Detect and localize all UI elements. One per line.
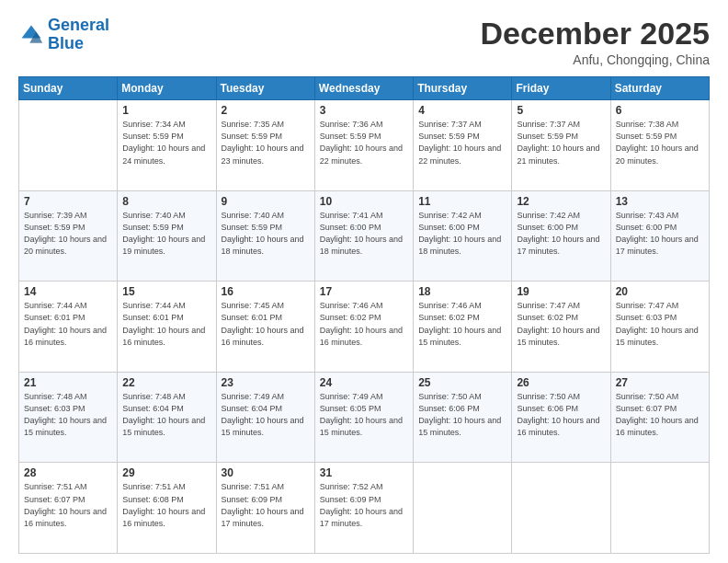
cell-info: Sunrise: 7:45 AM Sunset: 6:01 PM Dayligh… [222,300,310,348]
day-number: 5 [517,104,605,117]
page: General Blue December 2025 Anfu, Chongqi… [0,0,728,563]
day-number: 6 [616,104,704,117]
cell-w4-d6: 26Sunrise: 7:50 AM Sunset: 6:06 PM Dayli… [512,372,610,463]
cell-info: Sunrise: 7:36 AM Sunset: 5:59 PM Dayligh… [320,119,408,167]
day-number: 17 [320,285,408,298]
cell-w5-d7 [610,463,709,554]
cell-info: Sunrise: 7:47 AM Sunset: 6:02 PM Dayligh… [517,300,605,348]
cell-w3-d6: 19Sunrise: 7:47 AM Sunset: 6:02 PM Dayli… [512,282,610,373]
day-number: 23 [222,376,310,389]
day-number: 1 [122,104,210,117]
logo-text: General Blue [48,17,109,53]
calendar-table: Sunday Monday Tuesday Wednesday Thursday… [18,76,710,554]
col-saturday: Saturday [610,77,709,100]
cell-w5-d1: 28Sunrise: 7:51 AM Sunset: 6:07 PM Dayli… [19,463,118,554]
cell-info: Sunrise: 7:43 AM Sunset: 6:00 PM Dayligh… [616,210,704,258]
day-number: 25 [418,376,506,389]
day-number: 29 [122,466,210,479]
day-number: 20 [616,285,704,298]
logo: General Blue [18,17,109,53]
day-number: 14 [24,285,112,298]
cell-info: Sunrise: 7:49 AM Sunset: 6:04 PM Dayligh… [222,391,310,439]
month-title: December 2025 [480,17,710,51]
cell-w1-d1 [19,100,118,191]
cell-w4-d5: 25Sunrise: 7:50 AM Sunset: 6:06 PM Dayli… [414,372,512,463]
cell-info: Sunrise: 7:37 AM Sunset: 5:59 PM Dayligh… [418,119,506,167]
cell-w1-d5: 4Sunrise: 7:37 AM Sunset: 5:59 PM Daylig… [414,100,512,191]
col-friday: Friday [512,77,610,100]
cell-w5-d5 [414,463,512,554]
day-number: 18 [418,285,506,298]
day-number: 19 [517,285,605,298]
cell-w4-d7: 27Sunrise: 7:50 AM Sunset: 6:07 PM Dayli… [610,372,709,463]
col-wednesday: Wednesday [314,77,413,100]
cell-info: Sunrise: 7:46 AM Sunset: 6:02 PM Dayligh… [320,300,408,348]
day-number: 24 [320,376,408,389]
col-tuesday: Tuesday [216,77,314,100]
calendar-header-row: Sunday Monday Tuesday Wednesday Thursday… [19,77,710,100]
cell-w3-d1: 14Sunrise: 7:44 AM Sunset: 6:01 PM Dayli… [19,282,118,373]
cell-info: Sunrise: 7:38 AM Sunset: 5:59 PM Dayligh… [616,119,704,167]
day-number: 31 [320,466,408,479]
cell-w3-d3: 16Sunrise: 7:45 AM Sunset: 6:01 PM Dayli… [216,282,314,373]
logo-line1: General [48,16,109,34]
cell-w2-d7: 13Sunrise: 7:43 AM Sunset: 6:00 PM Dayli… [610,190,709,282]
title-block: December 2025 Anfu, Chongqing, China [480,17,710,67]
cell-w1-d3: 2Sunrise: 7:35 AM Sunset: 5:59 PM Daylig… [216,100,314,191]
cell-w2-d2: 8Sunrise: 7:40 AM Sunset: 5:59 PM Daylig… [118,190,216,282]
cell-info: Sunrise: 7:51 AM Sunset: 6:07 PM Dayligh… [24,481,112,529]
cell-info: Sunrise: 7:49 AM Sunset: 6:05 PM Dayligh… [320,391,408,439]
day-number: 26 [517,376,605,389]
cell-info: Sunrise: 7:42 AM Sunset: 6:00 PM Dayligh… [517,210,605,258]
cell-w2-d6: 12Sunrise: 7:42 AM Sunset: 6:00 PM Dayli… [512,190,610,282]
week-row-2: 7Sunrise: 7:39 AM Sunset: 5:59 PM Daylig… [19,190,710,282]
day-number: 15 [122,285,210,298]
week-row-3: 14Sunrise: 7:44 AM Sunset: 6:01 PM Dayli… [19,282,710,373]
day-number: 27 [616,376,704,389]
cell-w5-d4: 31Sunrise: 7:52 AM Sunset: 6:09 PM Dayli… [314,463,413,554]
cell-info: Sunrise: 7:35 AM Sunset: 5:59 PM Dayligh… [222,119,310,167]
day-number: 11 [418,195,506,208]
day-number: 2 [222,104,310,117]
day-number: 28 [24,466,112,479]
cell-info: Sunrise: 7:34 AM Sunset: 5:59 PM Dayligh… [122,119,210,167]
cell-w1-d6: 5Sunrise: 7:37 AM Sunset: 5:59 PM Daylig… [512,100,610,191]
cell-info: Sunrise: 7:50 AM Sunset: 6:06 PM Dayligh… [517,391,605,439]
day-number: 9 [222,195,310,208]
cell-info: Sunrise: 7:40 AM Sunset: 5:59 PM Dayligh… [122,210,210,258]
cell-info: Sunrise: 7:50 AM Sunset: 6:06 PM Dayligh… [418,391,506,439]
day-number: 4 [418,104,506,117]
cell-info: Sunrise: 7:42 AM Sunset: 6:00 PM Dayligh… [418,210,506,258]
col-monday: Monday [118,77,216,100]
cell-w3-d5: 18Sunrise: 7:46 AM Sunset: 6:02 PM Dayli… [414,282,512,373]
cell-w4-d1: 21Sunrise: 7:48 AM Sunset: 6:03 PM Dayli… [19,372,118,463]
cell-info: Sunrise: 7:41 AM Sunset: 6:00 PM Dayligh… [320,210,408,258]
cell-info: Sunrise: 7:40 AM Sunset: 5:59 PM Dayligh… [222,210,310,258]
cell-w1-d7: 6Sunrise: 7:38 AM Sunset: 5:59 PM Daylig… [610,100,709,191]
cell-info: Sunrise: 7:47 AM Sunset: 6:03 PM Dayligh… [616,300,704,348]
logo-line2: Blue [48,34,84,52]
location-subtitle: Anfu, Chongqing, China [480,52,710,67]
cell-info: Sunrise: 7:39 AM Sunset: 5:59 PM Dayligh… [24,210,112,258]
cell-w5-d6 [512,463,610,554]
day-number: 30 [222,466,310,479]
day-number: 7 [24,195,112,208]
week-row-5: 28Sunrise: 7:51 AM Sunset: 6:07 PM Dayli… [19,463,710,554]
day-number: 3 [320,104,408,117]
day-number: 12 [517,195,605,208]
col-thursday: Thursday [414,77,512,100]
week-row-4: 21Sunrise: 7:48 AM Sunset: 6:03 PM Dayli… [19,372,710,463]
cell-w2-d5: 11Sunrise: 7:42 AM Sunset: 6:00 PM Dayli… [414,190,512,282]
day-number: 16 [222,285,310,298]
cell-w4-d2: 22Sunrise: 7:48 AM Sunset: 6:04 PM Dayli… [118,372,216,463]
cell-info: Sunrise: 7:51 AM Sunset: 6:08 PM Dayligh… [122,481,210,529]
day-number: 21 [24,376,112,389]
cell-info: Sunrise: 7:51 AM Sunset: 6:09 PM Dayligh… [222,481,310,529]
cell-info: Sunrise: 7:52 AM Sunset: 6:09 PM Dayligh… [320,481,408,529]
cell-info: Sunrise: 7:48 AM Sunset: 6:04 PM Dayligh… [122,391,210,439]
week-row-1: 1Sunrise: 7:34 AM Sunset: 5:59 PM Daylig… [19,100,710,191]
cell-w3-d2: 15Sunrise: 7:44 AM Sunset: 6:01 PM Dayli… [118,282,216,373]
cell-w2-d1: 7Sunrise: 7:39 AM Sunset: 5:59 PM Daylig… [19,190,118,282]
cell-info: Sunrise: 7:48 AM Sunset: 6:03 PM Dayligh… [24,391,112,439]
cell-w2-d3: 9Sunrise: 7:40 AM Sunset: 5:59 PM Daylig… [216,190,314,282]
